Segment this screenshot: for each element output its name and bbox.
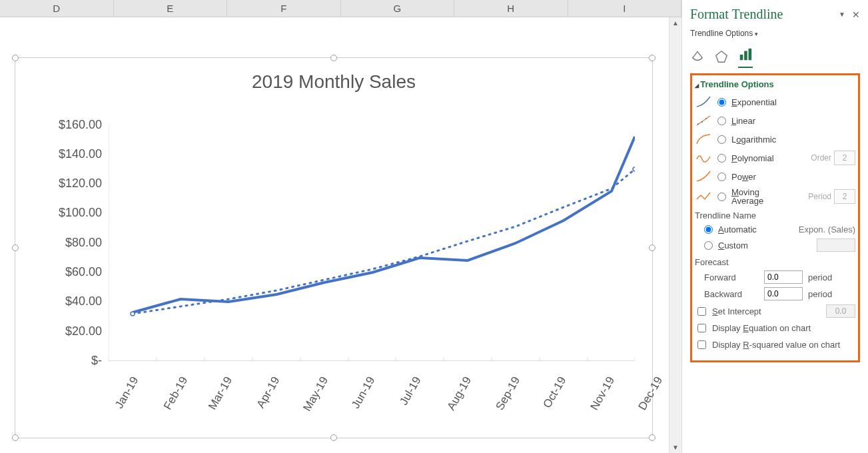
resize-handle[interactable]: [330, 55, 337, 61]
highlighted-options: Trendline Options Exponential Linear Log…: [690, 73, 860, 362]
x-tick: Jul-19: [397, 374, 424, 408]
automatic-name-value: Expon. (Sales): [799, 225, 855, 234]
custom-name-label: Custom: [718, 240, 748, 250]
display-r2-label: Display R-squared value on chart: [712, 340, 840, 350]
power-icon: [695, 169, 712, 184]
order-input: [834, 151, 855, 165]
svg-rect-15: [744, 51, 747, 61]
scroll-up-icon[interactable]: ▲: [669, 17, 681, 29]
exponential-radio[interactable]: [717, 98, 726, 107]
resize-handle[interactable]: [12, 434, 19, 441]
svg-point-19: [701, 121, 703, 123]
linear-label: Linear: [731, 116, 755, 126]
exponential-icon: [695, 95, 712, 109]
x-tick: Jan-19: [113, 374, 141, 411]
sales-series[interactable]: [133, 137, 635, 312]
forward-unit: period: [808, 272, 832, 282]
linear-icon: [695, 113, 712, 128]
moving-average-radio[interactable]: [717, 193, 726, 201]
y-tick: $80.00: [65, 236, 102, 250]
logarithmic-radio[interactable]: [717, 135, 726, 144]
order-label: Order: [811, 153, 831, 163]
automatic-name-label: Automatic: [718, 225, 757, 234]
format-trendline-pane: Format Trendline ▼ ✕ Trendline Options T…: [681, 0, 868, 453]
svg-marker-13: [716, 51, 727, 63]
resize-handle[interactable]: [330, 434, 337, 441]
resize-handle[interactable]: [12, 244, 19, 251]
fill-line-tab-icon[interactable]: [690, 49, 705, 66]
chart-object[interactable]: 2019 Monthly Sales $160.00 $140.00 $120.…: [15, 57, 653, 438]
x-tick: Jun-19: [349, 374, 378, 411]
x-tick: May-19: [300, 374, 331, 414]
forecast-header: Forecast: [695, 257, 855, 267]
x-tick: Apr-19: [254, 374, 283, 410]
display-equation-checkbox[interactable]: [697, 324, 706, 332]
spreadsheet-area: D E F G H I ▲ ▼ 2019 Monthly Sales: [0, 0, 681, 453]
set-intercept-value: 0.0: [826, 304, 855, 318]
resize-handle[interactable]: [649, 244, 655, 251]
x-tick: Feb-19: [161, 374, 191, 412]
set-intercept-label: Set Intercept: [712, 306, 761, 316]
x-tick: Nov-19: [588, 374, 618, 412]
chart-title[interactable]: 2019 Monthly Sales: [15, 71, 652, 93]
svg-line-17: [697, 116, 710, 125]
col-header[interactable]: D: [0, 0, 114, 17]
resize-handle[interactable]: [649, 434, 655, 441]
backward-unit: period: [808, 289, 832, 299]
svg-point-18: [697, 123, 699, 125]
close-pane-icon[interactable]: ✕: [852, 9, 860, 20]
power-label: Power: [731, 172, 756, 182]
automatic-name-radio[interactable]: [704, 225, 713, 234]
y-tick: $20.00: [65, 324, 102, 338]
period-label: Period: [808, 192, 831, 201]
trendline-options-tab-icon[interactable]: [738, 47, 753, 68]
trend-endpoint: [633, 167, 635, 171]
col-header[interactable]: F: [227, 0, 341, 17]
x-tick: Sep-19: [493, 374, 523, 412]
effects-tab-icon[interactable]: [714, 49, 729, 66]
col-header[interactable]: H: [454, 0, 568, 17]
x-tick: Oct-19: [541, 374, 570, 410]
y-axis[interactable]: $160.00 $140.00 $120.00 $100.00 $80.00 $…: [35, 125, 102, 361]
y-tick: $140.00: [59, 147, 102, 161]
custom-name-radio[interactable]: [704, 241, 713, 250]
forward-label: Forward: [704, 272, 764, 282]
col-header[interactable]: I: [568, 0, 682, 17]
resize-handle[interactable]: [649, 55, 655, 61]
logarithmic-label: Logarithmic: [731, 135, 776, 145]
svg-rect-16: [749, 49, 752, 60]
trend-endpoint: [131, 312, 135, 316]
power-radio[interactable]: [717, 173, 726, 181]
backward-input[interactable]: [764, 287, 803, 300]
x-tick: Dec-19: [636, 374, 665, 412]
pane-options-dropdown-icon[interactable]: ▼: [839, 11, 845, 18]
y-tick: $100.00: [59, 206, 102, 220]
y-tick: $60.00: [65, 265, 102, 279]
scroll-down-icon[interactable]: ▼: [669, 442, 681, 453]
x-axis[interactable]: Jan-19 Feb-19 Mar-19 Apr-19 May-19 Jun-1…: [109, 374, 635, 428]
column-headers: D E F G H I: [0, 0, 681, 17]
pane-subtitle[interactable]: Trendline Options: [690, 29, 860, 38]
period-input: [834, 189, 855, 204]
display-r2-checkbox[interactable]: [697, 340, 706, 349]
y-tick: $120.00: [59, 177, 102, 191]
svg-rect-14: [740, 55, 743, 60]
section-header[interactable]: Trendline Options: [695, 79, 855, 89]
display-equation-label: Display Equation on chart: [712, 323, 811, 333]
col-header[interactable]: G: [341, 0, 455, 17]
trendline-name-header: Trendline Name: [695, 211, 855, 221]
trendline-series[interactable]: [133, 169, 635, 314]
forward-input[interactable]: [764, 270, 803, 284]
resize-handle[interactable]: [12, 55, 19, 61]
plot-area[interactable]: [109, 125, 635, 361]
moving-average-icon: [695, 189, 712, 204]
svg-point-20: [705, 118, 707, 119]
col-header[interactable]: E: [114, 0, 228, 17]
custom-name-input[interactable]: [817, 238, 855, 252]
vertical-scrollbar[interactable]: ▲ ▼: [669, 17, 681, 453]
exponential-label: Exponential: [731, 97, 777, 107]
polynomial-radio[interactable]: [717, 154, 726, 163]
set-intercept-checkbox[interactable]: [697, 307, 706, 316]
y-tick: $40.00: [65, 294, 102, 308]
linear-radio[interactable]: [717, 117, 726, 125]
